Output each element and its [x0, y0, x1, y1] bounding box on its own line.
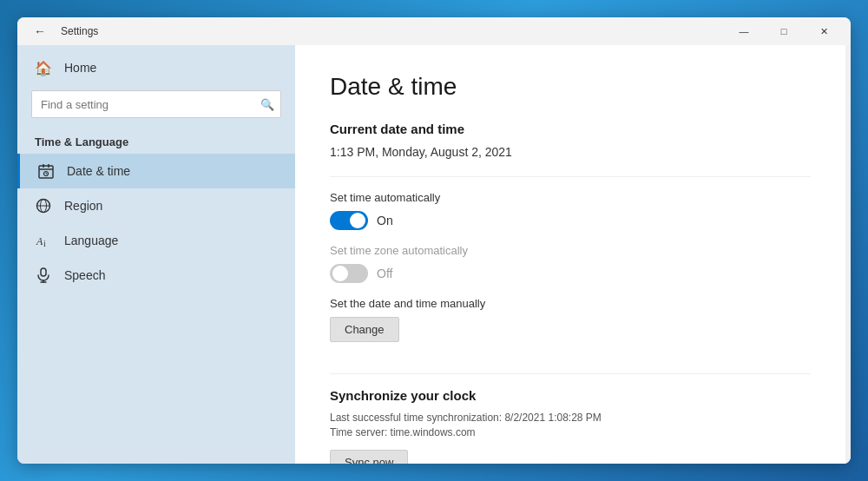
minimize-button[interactable]: —: [724, 17, 764, 45]
close-button[interactable]: ✕: [804, 17, 844, 45]
svg-text:i: i: [43, 239, 46, 248]
sidebar-item-region[interactable]: Region: [17, 188, 295, 223]
window-title: Settings: [61, 25, 98, 37]
search-input[interactable]: [31, 90, 281, 118]
main-panel: Date & time Current date and time 1:13 P…: [295, 45, 845, 464]
sidebar: 🏠 Home 🔍 Time & Language: [17, 45, 295, 464]
scrollbar-track[interactable]: [845, 45, 851, 464]
content-area: 🏠 Home 🔍 Time & Language: [17, 45, 851, 464]
set-timezone-auto-state: Off: [377, 267, 392, 280]
sync-now-button[interactable]: Sync now: [330, 450, 408, 464]
maximize-button[interactable]: □: [764, 17, 804, 45]
search-icon: 🔍: [260, 98, 274, 111]
set-time-auto-state: On: [377, 214, 393, 227]
svg-rect-1: [43, 164, 44, 168]
speech-icon: [35, 267, 52, 284]
region-icon: [35, 197, 52, 214]
window-controls: — □ ✕: [724, 17, 844, 45]
sidebar-item-language[interactable]: A i Language: [17, 223, 295, 258]
set-time-auto-toggle[interactable]: [330, 211, 368, 230]
search-container: 🔍: [31, 90, 281, 118]
sidebar-item-home[interactable]: 🏠 Home: [17, 52, 295, 83]
set-time-auto-label: Set time automatically: [330, 191, 811, 204]
section-label: Time & Language: [17, 125, 295, 154]
change-button[interactable]: Change: [330, 317, 399, 342]
current-datetime: 1:13 PM, Monday, August 2, 2021: [330, 145, 811, 159]
home-label: Home: [64, 61, 96, 75]
back-button[interactable]: ←: [28, 19, 52, 43]
titlebar: ← Settings — □ ✕: [17, 17, 851, 45]
separator-1: [330, 176, 811, 177]
date-time-icon: [37, 162, 55, 180]
svg-rect-2: [48, 164, 49, 168]
current-date-heading: Current date and time: [330, 122, 811, 136]
separator-2: [330, 373, 811, 374]
set-timezone-auto-row: Off: [330, 264, 811, 283]
sidebar-item-date-time[interactable]: Date & time: [17, 154, 295, 188]
sidebar-language-label: Language: [64, 234, 118, 247]
svg-rect-11: [41, 268, 46, 276]
home-icon: 🏠: [35, 59, 52, 76]
svg-text:A: A: [36, 235, 43, 247]
sync-info-line1: Last successful time synchronization: 8/…: [330, 412, 811, 424]
set-timezone-auto-label: Set time zone automatically: [330, 244, 811, 257]
titlebar-left: ← Settings: [28, 19, 98, 43]
set-date-manual-label: Set the date and time manually: [330, 297, 811, 310]
sync-clock-heading: Synchronize your clock: [330, 388, 811, 403]
toggle-thumb-off: [332, 266, 348, 281]
page-title: Date & time: [330, 73, 811, 101]
language-icon: A i: [35, 232, 52, 249]
toggle-thumb-on: [350, 213, 365, 228]
sidebar-item-speech[interactable]: Speech: [17, 258, 295, 293]
sidebar-date-time-label: Date & time: [67, 164, 130, 178]
set-time-auto-row: On: [330, 211, 811, 230]
sync-info-line2: Time server: time.windows.com: [330, 426, 811, 438]
sidebar-region-label: Region: [64, 199, 102, 213]
sidebar-speech-label: Speech: [64, 268, 105, 282]
settings-window: ← Settings — □ ✕ 🏠 Home 🔍 Time & Languag…: [17, 17, 851, 464]
set-timezone-auto-toggle[interactable]: [330, 264, 368, 283]
